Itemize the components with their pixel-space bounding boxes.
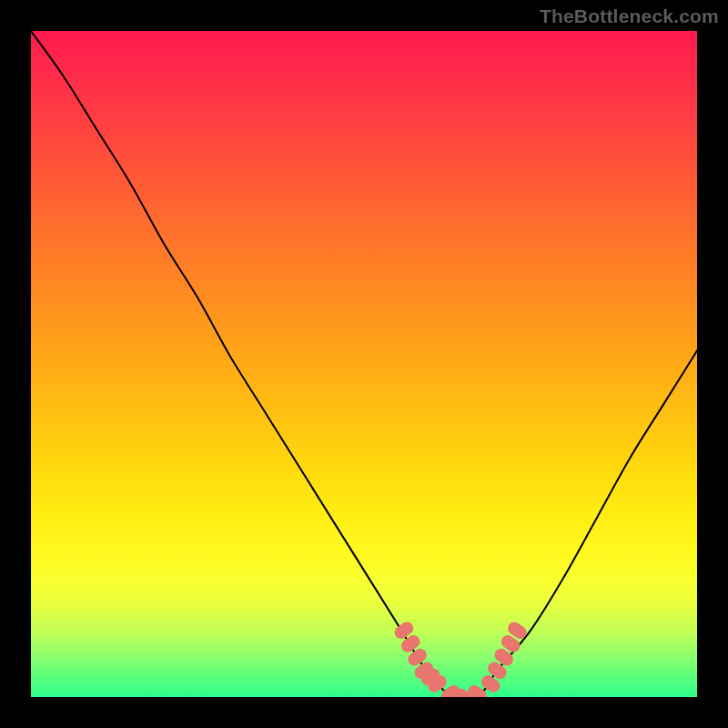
plot-area bbox=[31, 31, 697, 697]
chart-frame: TheBottleneck.com bbox=[0, 0, 728, 728]
chart-svg bbox=[31, 31, 697, 697]
marker-group bbox=[392, 620, 530, 697]
watermark-text: TheBottleneck.com bbox=[540, 5, 719, 27]
bottleneck-curve-line bbox=[31, 31, 697, 697]
